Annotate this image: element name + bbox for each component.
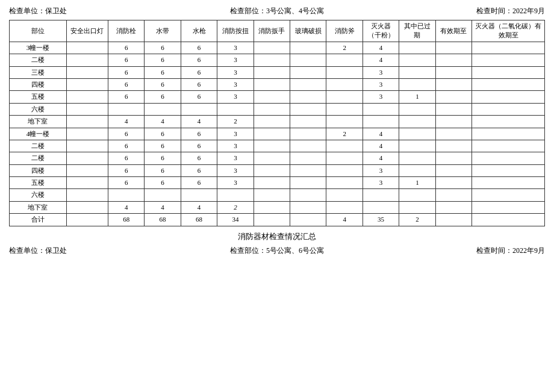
col-header-co2: 灭火器（二氧化碳）有效期至: [472, 20, 545, 42]
cell-safety: [66, 189, 108, 201]
cell-btn: 3: [217, 152, 254, 164]
col-header-btn: 消防按扭: [217, 20, 254, 42]
cell-hydrant: 6: [108, 140, 144, 152]
cell-safety: [66, 140, 108, 152]
cell-hydrant: 6: [108, 91, 144, 103]
unit-label-2: 检查单位：保卫处: [9, 246, 188, 256]
cell-wrench: [254, 201, 290, 213]
cell-safety: [66, 103, 108, 115]
cell-axe: [326, 78, 363, 90]
cell-btn: 3: [217, 140, 254, 152]
cell-validTo: [435, 201, 472, 213]
cell-dept: 4幢一楼: [10, 128, 67, 140]
dept-label-1: 检查部位：3号公寓、4号公寓: [188, 6, 367, 16]
cell-extA: [363, 116, 399, 128]
cell-wrench: [254, 42, 290, 54]
cell-hose: [145, 189, 181, 201]
cell-hydrant: 6: [108, 66, 144, 78]
cell-axe: [326, 91, 363, 103]
cell-hydrant: [108, 103, 144, 115]
cell-co2: [472, 91, 545, 103]
cell-extA: 4: [363, 54, 399, 66]
time-label-1: 检查时间：2022年9月: [366, 6, 545, 16]
table-row: 四楼66633: [10, 78, 545, 90]
cell-co2: [472, 78, 545, 90]
cell-btn: 3: [217, 42, 254, 54]
cell-validTo: [435, 152, 472, 164]
cell-axe: 2: [326, 128, 363, 140]
cell-dept: 六楼: [10, 103, 67, 115]
cell-nozzle: [181, 189, 217, 201]
cell-wrench: [254, 54, 290, 66]
col-header-glass: 玻璃破损: [290, 20, 326, 42]
cell-btn: [217, 189, 254, 201]
cell-co2: [472, 42, 545, 54]
cell-nozzle: 4: [181, 116, 217, 128]
cell-hydrant: 6: [108, 152, 144, 164]
cell-hydrant: 6: [108, 164, 144, 176]
unit-label-1: 检查单位：保卫处: [9, 6, 188, 16]
cell-co2: [472, 164, 545, 176]
cell-dept: 二楼: [10, 54, 67, 66]
cell-dept: 四楼: [10, 164, 67, 176]
cell-safety: [66, 66, 108, 78]
time-label-2: 检查时间：2022年9月: [366, 246, 545, 256]
cell-axe: [326, 152, 363, 164]
col-header-dept: 部位: [10, 20, 67, 42]
cell-safety: [66, 128, 108, 140]
cell-dept: 五楼: [10, 91, 67, 103]
cell-safety: [66, 54, 108, 66]
cell-validTo: [435, 214, 472, 226]
cell-safety: [66, 201, 108, 213]
cell-hydrant: 6: [108, 54, 144, 66]
cell-extA: [363, 201, 399, 213]
cell-extA: 3: [363, 66, 399, 78]
cell-glass: [290, 66, 326, 78]
cell-glass: [290, 140, 326, 152]
cell-hydrant: 6: [108, 42, 144, 54]
cell-glass: [290, 42, 326, 54]
cell-axe: [326, 189, 363, 201]
cell-nozzle: 6: [181, 91, 217, 103]
table-row: 4幢一楼666324: [10, 128, 545, 140]
cell-validTo: [435, 128, 472, 140]
cell-hydrant: 6: [108, 128, 144, 140]
cell-safety: [66, 214, 108, 226]
table-row: 六楼: [10, 103, 545, 115]
table-row: 合计686868344352: [10, 214, 545, 226]
cell-nozzle: 6: [181, 54, 217, 66]
cell-extA: 3: [363, 91, 399, 103]
cell-wrench: [254, 214, 290, 226]
cell-validTo: [435, 91, 472, 103]
cell-validTo: [435, 140, 472, 152]
cell-glass: [290, 189, 326, 201]
cell-co2: [472, 189, 545, 201]
table-row: 五楼666331: [10, 177, 545, 189]
cell-co2: [472, 177, 545, 189]
cell-validTo: [435, 78, 472, 90]
cell-hydrant: [108, 189, 144, 201]
cell-expired: [399, 152, 435, 164]
cell-glass: [290, 214, 326, 226]
cell-safety: [66, 116, 108, 128]
cell-wrench: [254, 116, 290, 128]
cell-dept: 四楼: [10, 78, 67, 90]
cell-extA: 3: [363, 164, 399, 176]
cell-wrench: [254, 78, 290, 90]
cell-wrench: [254, 152, 290, 164]
cell-extA: 35: [363, 214, 399, 226]
cell-axe: 2: [326, 42, 363, 54]
cell-hose: 6: [145, 42, 181, 54]
col-header-wrench: 消防扳手: [254, 20, 290, 42]
cell-glass: [290, 103, 326, 115]
cell-hose: 6: [145, 78, 181, 90]
cell-expired: [399, 128, 435, 140]
cell-expired: [399, 54, 435, 66]
cell-glass: [290, 164, 326, 176]
cell-glass: [290, 177, 326, 189]
cell-wrench: [254, 91, 290, 103]
cell-wrench: [254, 128, 290, 140]
table-row: 二楼66634: [10, 54, 545, 66]
cell-dept: 3幢一楼: [10, 42, 67, 54]
cell-validTo: [435, 66, 472, 78]
